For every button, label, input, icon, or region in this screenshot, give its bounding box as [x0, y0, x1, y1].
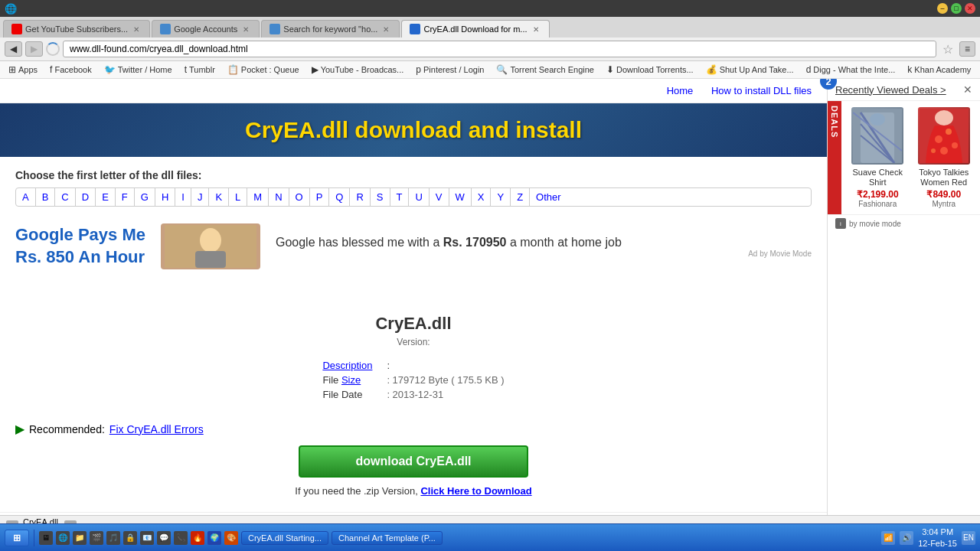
- bookmark-pocket[interactable]: 📋 Pocket : Queue: [224, 63, 303, 77]
- letter-k[interactable]: K: [209, 188, 229, 206]
- bookmark-shutup[interactable]: 💰 Shut Up And Take...: [702, 63, 798, 77]
- letter-z[interactable]: Z: [511, 188, 530, 206]
- taskbar-clock: 3:04 PM 12-Feb-15: [918, 527, 957, 549]
- letter-a[interactable]: A: [16, 188, 36, 206]
- deals-label-strip: DEALS: [828, 101, 841, 214]
- letter-x[interactable]: X: [472, 188, 492, 206]
- tab-google-accounts[interactable]: Google Accounts ✕: [152, 20, 260, 37]
- deals-close-button[interactable]: ✕: [963, 83, 972, 96]
- tab-search[interactable]: Search for keyword "ho... ✕: [261, 20, 400, 37]
- tab-get-youtube[interactable]: Get YouTube Subscribers... ✕: [3, 20, 150, 37]
- letter-j[interactable]: J: [191, 188, 210, 206]
- bookmark-youtube[interactable]: ▶ YouTube - Broadcas...: [308, 63, 408, 77]
- svg-point-9: [870, 113, 885, 126]
- deal-item-shirt[interactable]: Suave Check Shirt ₹2,199.00 Fashionara: [848, 107, 908, 208]
- tab-close-dll[interactable]: ✕: [531, 24, 541, 34]
- letter-c[interactable]: C: [55, 188, 75, 206]
- hero-banner: CryEA.dll download and install: [0, 103, 827, 157]
- fix-errors-link[interactable]: Fix CryEA.dll Errors: [109, 423, 204, 435]
- letter-v[interactable]: V: [430, 188, 449, 206]
- address-bar[interactable]: [63, 41, 936, 57]
- letter-y[interactable]: Y: [491, 188, 511, 206]
- pinterest-icon: p: [416, 64, 421, 75]
- bookmark-khan[interactable]: k Khan Academy: [903, 63, 975, 77]
- letter-r[interactable]: R: [350, 188, 370, 206]
- home-link[interactable]: Home: [667, 85, 694, 96]
- title-bar-left: 🌐: [5, 3, 17, 15]
- letter-l[interactable]: L: [229, 188, 247, 206]
- deal-item-dress[interactable]: Tokyo Talkies Women Red ₹849.00 Myntra: [914, 107, 975, 208]
- letter-e[interactable]: E: [96, 188, 116, 206]
- download-button[interactable]: download CryEA.dll: [299, 445, 528, 478]
- maximize-button[interactable]: □: [951, 3, 962, 14]
- tray-language-icon[interactable]: EN: [962, 531, 975, 545]
- letter-nav: A B C D E F G H I J K L M N O P Q R S T: [15, 187, 812, 207]
- file-row-size: File Size : 179712 Byte ( 175.5 KB ): [322, 374, 504, 386]
- size-link[interactable]: Size: [341, 374, 361, 386]
- letter-q[interactable]: Q: [329, 188, 350, 206]
- recommended: ▶ Recommended: Fix CryEA.dll Errors: [15, 422, 812, 436]
- letter-g[interactable]: G: [135, 188, 155, 206]
- taskbar-icon-7[interactable]: 📧: [140, 531, 154, 545]
- bookmark-pinterest[interactable]: p Pinterest / Login: [412, 63, 488, 77]
- letter-o[interactable]: O: [289, 188, 310, 206]
- hero-title: CryEA.dll download and install: [15, 117, 812, 143]
- taskbar-icon-1[interactable]: 🖥: [39, 531, 53, 545]
- bookmark-download-torrents[interactable]: ⬇ Download Torrents...: [603, 63, 697, 77]
- letter-p[interactable]: P: [310, 188, 330, 206]
- bookmark-tumblr[interactable]: t Tumblr: [181, 63, 219, 77]
- tab-close-s[interactable]: ✕: [381, 24, 391, 34]
- bookmark-digg[interactable]: d Digg - What the Inte...: [802, 63, 900, 77]
- close-button[interactable]: ✕: [965, 3, 975, 14]
- taskbar-icon-5[interactable]: 🎵: [106, 531, 120, 545]
- howto-link[interactable]: How to install DLL files: [711, 85, 812, 96]
- letter-b[interactable]: B: [36, 188, 56, 206]
- bookmark-apps[interactable]: ⊞ Apps: [5, 63, 41, 77]
- taskbar-icon-9[interactable]: 📞: [174, 531, 188, 545]
- bookmark-facebook[interactable]: f Facebook: [46, 63, 96, 77]
- bookmark-torrent-search[interactable]: 🔍 Torrent Search Engine: [492, 63, 597, 77]
- letter-s[interactable]: S: [371, 188, 390, 206]
- taskbar-icon-12[interactable]: 🎨: [224, 531, 238, 545]
- page-wrapper: Home How to install DLL files CryEA.dll …: [0, 79, 980, 515]
- letter-h[interactable]: H: [155, 188, 175, 206]
- bookmark-twitter[interactable]: 🐦 Twitter / Home: [100, 63, 176, 77]
- letter-i[interactable]: I: [175, 188, 191, 206]
- deals-title-link[interactable]: Recently Viewed Deals >: [835, 84, 946, 96]
- taskbar-icon-2[interactable]: 🌐: [56, 531, 70, 545]
- description-link[interactable]: Description: [322, 360, 372, 371]
- letter-w[interactable]: W: [449, 188, 472, 206]
- taskbar-icon-3[interactable]: 📁: [73, 531, 87, 545]
- zip-download-link[interactable]: Click Here to Download: [420, 485, 531, 497]
- tray-network-icon[interactable]: 📶: [881, 531, 895, 545]
- letter-f[interactable]: F: [116, 188, 135, 206]
- tab-label-s: Search for keyword "ho...: [283, 24, 377, 34]
- taskbar-icon-10[interactable]: 🔥: [191, 531, 204, 545]
- taskbar-icon-8[interactable]: 💬: [157, 531, 171, 545]
- back-button[interactable]: ◀: [5, 41, 22, 57]
- tab-cryea[interactable]: CryEA.dll Download for m... ✕: [401, 20, 549, 37]
- ad-section: Google Pays MeRs. 850 An Hour Google has…: [15, 216, 812, 277]
- forward-button[interactable]: ▶: [25, 41, 43, 57]
- letter-m[interactable]: M: [247, 188, 269, 206]
- tumblr-icon: t: [185, 64, 187, 75]
- letter-u[interactable]: U: [409, 188, 429, 206]
- tab-label-yt: Get YouTube Subscribers...: [25, 24, 128, 34]
- start-button[interactable]: ⊞: [5, 530, 29, 546]
- taskbar-cryea-item[interactable]: CryEA.dll Starting...: [241, 531, 328, 545]
- taskbar-icon-11[interactable]: 🌍: [207, 531, 221, 545]
- tab-close-yt[interactable]: ✕: [131, 24, 142, 34]
- taskbar-icon-4[interactable]: 🎬: [90, 531, 103, 545]
- minimize-button[interactable]: –: [937, 3, 948, 14]
- tab-close-ga[interactable]: ✕: [240, 24, 251, 34]
- letter-n[interactable]: N: [269, 188, 289, 206]
- taskbar-icon-6[interactable]: 🔒: [123, 531, 137, 545]
- install-section: How to Install the dll file manually?: [0, 512, 827, 515]
- tray-volume-icon[interactable]: 🔊: [900, 531, 913, 545]
- letter-d[interactable]: D: [76, 188, 96, 206]
- letter-t[interactable]: T: [390, 188, 410, 206]
- taskbar-channel-art-item[interactable]: Channel Art Template (P...: [332, 531, 443, 545]
- bookmark-star-icon[interactable]: ☆: [939, 42, 956, 57]
- letter-other[interactable]: Other: [530, 188, 567, 206]
- menu-button[interactable]: ≡: [959, 41, 975, 57]
